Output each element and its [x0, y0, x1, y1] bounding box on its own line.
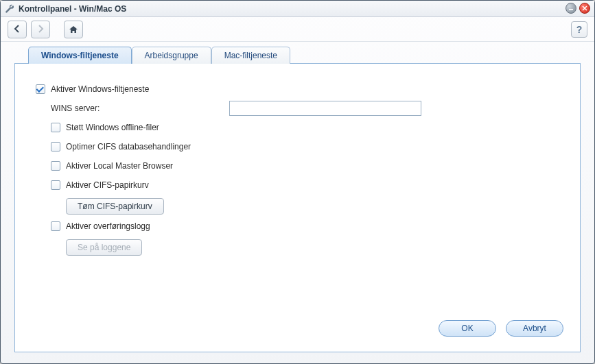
- arrow-right-icon: [36, 25, 45, 34]
- row-enable-service: Aktiver Windows-filtjeneste: [36, 82, 566, 97]
- row-wins: WINS server:: [36, 101, 566, 116]
- help-icon: ?: [576, 24, 583, 35]
- label-cifs-recycle: Aktiver CIFS-papirkurv: [66, 180, 149, 190]
- row-empty-recycle-btn: Tøm CIFS-papirkurv: [36, 197, 566, 215]
- checkbox-local-master-browser[interactable]: [51, 161, 60, 171]
- view-logs-button[interactable]: Se på loggene: [66, 239, 142, 256]
- window-title: Kontrollpanel - Win/Mac OS: [19, 4, 126, 14]
- window-root: Kontrollpanel - Win/Mac OS: [0, 0, 595, 364]
- row-local-master: Aktiver Local Master Browser: [36, 158, 566, 173]
- control-panel-icon: [5, 4, 14, 14]
- label-wins-server: WINS server:: [51, 104, 229, 113]
- back-button[interactable]: [8, 21, 27, 38]
- tab-label: Windows-filtjeneste: [41, 51, 119, 60]
- titlebar: Kontrollpanel - Win/Mac OS: [1, 1, 594, 17]
- ok-button[interactable]: OK: [439, 320, 496, 337]
- toolbar: ?: [1, 17, 594, 42]
- checkbox-cifs-recycle-bin[interactable]: [51, 180, 60, 190]
- help-button[interactable]: ?: [571, 21, 587, 38]
- content: Windows-filtjeneste Arbeidsgruppe Mac-fi…: [1, 42, 594, 363]
- minimize-button[interactable]: [565, 3, 576, 14]
- tab-label: Arbeidsgruppe: [145, 51, 198, 60]
- tab-windows-file-service[interactable]: Windows-filtjeneste: [28, 47, 132, 64]
- cancel-button[interactable]: Avbryt: [506, 320, 563, 337]
- svg-rect-0: [569, 9, 573, 10]
- form-area: Aktiver Windows-filtjeneste WINS server:…: [36, 82, 566, 317]
- close-button[interactable]: [579, 3, 590, 14]
- checkbox-optimize-cifs[interactable]: [51, 142, 60, 151]
- tab-panel: Aktiver Windows-filtjeneste WINS server:…: [14, 63, 581, 352]
- row-optimize-cifs: Optimer CIFS databasehandlinger: [36, 139, 566, 154]
- checkbox-offline-files[interactable]: [51, 123, 60, 132]
- tabs: Windows-filtjeneste Arbeidsgruppe Mac-fi…: [14, 46, 581, 63]
- forward-button[interactable]: [31, 21, 50, 38]
- checkbox-transfer-log[interactable]: [51, 221, 60, 231]
- row-transfer-log: Aktiver overføringslogg: [36, 219, 566, 234]
- empty-cifs-recycle-button[interactable]: Tøm CIFS-papirkurv: [66, 198, 164, 215]
- wins-server-input[interactable]: [229, 101, 421, 116]
- label-enable-service: Aktiver Windows-filtjeneste: [51, 84, 149, 94]
- tab-workgroup[interactable]: Arbeidsgruppe: [132, 47, 211, 64]
- label-transfer-log: Aktiver overføringslogg: [66, 221, 150, 231]
- window-controls: [565, 3, 590, 14]
- row-view-logs-btn: Se på loggene: [36, 238, 566, 256]
- home-icon: [69, 25, 78, 34]
- label-local-master: Aktiver Local Master Browser: [66, 161, 173, 171]
- home-button[interactable]: [64, 21, 83, 38]
- tab-mac-file-service[interactable]: Mac-filtjeneste: [211, 47, 290, 64]
- row-cifs-recycle: Aktiver CIFS-papirkurv: [36, 178, 566, 193]
- label-optimize-cifs: Optimer CIFS databasehandlinger: [66, 142, 191, 151]
- tab-label: Mac-filtjeneste: [224, 51, 277, 60]
- arrow-left-icon: [13, 25, 21, 34]
- panel-footer: OK Avbryt: [36, 317, 566, 341]
- label-offline-files: Støtt Windows offline-filer: [66, 123, 159, 132]
- checkbox-enable-windows-file-service[interactable]: [36, 84, 45, 94]
- row-offline-files: Støtt Windows offline-filer: [36, 120, 566, 135]
